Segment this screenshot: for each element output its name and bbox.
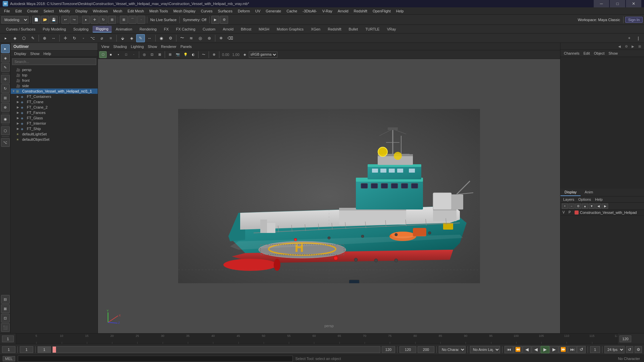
viewport-show-menu[interactable]: Show [147,44,159,49]
menu-item-display[interactable]: Display [73,8,90,14]
playback-start-input[interactable] [2,346,15,353]
delete-layer-button[interactable]: − [569,203,575,209]
loop-button[interactable]: ↺ [577,346,586,353]
color-profile-button[interactable]: ◈ [241,51,249,58]
tab-xgen[interactable]: XGen [308,26,324,32]
tree-item[interactable]: ▶◈FT_Crane_2 [11,105,98,110]
isolate-select-button[interactable]: ◎ [141,51,148,58]
menu-item-edit[interactable]: Edit [13,8,24,14]
outliner-show-menu[interactable]: Show [30,51,40,56]
playback-frame-input[interactable] [38,346,51,353]
anim-settings-button[interactable]: ⚙ [635,346,642,353]
soft-select-side[interactable]: ◉ [1,115,10,123]
menu-item--3dtoall-[interactable]: -3DtoAll- [300,8,320,14]
show-manip-tool[interactable]: ⬡ [1,126,10,135]
tab-turtle[interactable]: TURTLE [362,26,383,32]
tab-bullet[interactable]: Bullet [345,26,362,32]
layer-up-button[interactable]: ▲ [582,203,588,209]
outliner-help-menu[interactable]: Help [43,51,52,56]
tab-custom[interactable]: Custom [199,26,219,32]
mirror-skin-button[interactable]: ↔ [145,34,154,42]
expand-channel-box-button[interactable]: ▶ [630,44,636,49]
tree-item[interactable]: 🎥persp [11,67,98,72]
tab-motion-graphics[interactable]: Motion Graphics [273,26,307,32]
spline-ik-button[interactable]: ⌗ [106,34,115,42]
display-tab[interactable]: Display [560,189,581,196]
menu-item-mesh-tools[interactable]: Mesh Tools [147,8,170,14]
next-key-button[interactable]: ▶ [550,346,558,353]
skip-to-start-button[interactable]: ⏮ [504,346,513,353]
menu-item-help[interactable]: Help [393,8,407,14]
tree-item[interactable]: ☀defaultLightSet [11,131,98,137]
joint-tool-button[interactable]: ◦ [79,34,88,42]
color-space-select[interactable]: sRGB gamma [249,52,277,58]
timeline-current-frame[interactable] [2,336,14,342]
menu-item-edit-mesh[interactable]: Edit Mesh [125,8,147,14]
ik-spring-button[interactable]: ⌀ [97,34,106,42]
select-mode-button[interactable]: ▸ [1,34,10,42]
lasso-select-button[interactable]: ◈ [10,34,19,42]
quick-layout-1[interactable]: ⊟ [1,295,10,304]
paint-select-button[interactable]: ✎ [29,34,37,42]
layers-menu[interactable]: Layers [562,197,575,202]
new-layer-button[interactable]: + [562,203,568,209]
tab-sculpting[interactable]: Sculpting [70,26,92,32]
tree-item[interactable]: 🎥front [11,78,98,83]
render-button[interactable]: ▶ [211,16,219,24]
soft-select-button[interactable]: ⊕ [40,34,49,42]
select-tool[interactable]: ▸ [1,44,10,53]
maximize-button[interactable]: □ [610,0,625,7]
character-set-select[interactable]: No Character Set [439,346,466,353]
menu-item-mesh[interactable]: Mesh [110,8,125,14]
play-forward-button[interactable]: ▶ [541,346,549,353]
tree-item[interactable]: ▶◈FT_Interrior [11,121,98,126]
orient-joint-button[interactable]: ↻ [70,34,79,42]
2d-pan-zoom-button[interactable]: ⊕ [210,51,218,58]
viewport-lighting-menu[interactable]: Lighting [129,44,145,49]
timeline-end-frame[interactable] [620,336,631,342]
outliner-search-input[interactable] [12,58,96,65]
menu-item-create[interactable]: Create [24,8,41,14]
close-button[interactable]: ✕ [626,0,641,7]
viewport-canvas[interactable]: H [98,59,560,333]
point-display-button[interactable]: · [130,51,138,58]
move-joints-button[interactable]: ✛ [61,34,70,42]
last-tool[interactable]: ⌥ [1,138,10,147]
tree-item[interactable]: ☀defaultObjectSet [11,137,98,142]
menu-item-surfaces[interactable]: Surfaces [215,8,235,14]
tree-item[interactable]: 🎥top [11,72,98,78]
step-forward-button[interactable]: ⏩ [559,346,568,353]
tab-fx-caching[interactable]: FX Caching [173,26,199,32]
set-driven-key-button[interactable]: ◉ [157,34,166,42]
delete-history-button[interactable]: ⌫ [226,34,234,42]
smooth-shaded-button[interactable]: ■ [107,51,114,58]
shadows-toggle[interactable]: ◐ [190,51,197,58]
paint-weights-button[interactable]: ✎ [136,34,145,42]
playback-end-frame[interactable] [382,346,395,353]
tree-item[interactable]: ▶◈FT_Ship [11,126,98,131]
tab-curves-/-surfaces[interactable]: Curves / Surfaces [3,26,39,32]
pipe-button[interactable]: | [634,34,643,42]
wrinkle-button[interactable]: ≋ [187,34,196,42]
layer-settings-button[interactable]: ⚙ [575,203,581,209]
flat-shaded-button[interactable]: ▪ [115,51,122,58]
universal-manip[interactable]: ⊕ [1,103,10,112]
snap-point-button[interactable]: · [137,16,145,24]
lasso-tool[interactable]: ◈ [1,54,10,62]
menu-item-uv[interactable]: UV [253,8,263,14]
mode-select[interactable]: Modeling Rigging Animation Rendering FX [1,16,29,23]
frame-all-button[interactable]: ⊡ [148,51,156,58]
tab-fx[interactable]: FX [161,26,172,32]
timeline-ruler[interactable]: 5101520253035404550556065707580859095100… [16,334,617,344]
edit-menu[interactable]: Edit [582,51,591,56]
wire-button[interactable]: 〜 [178,34,186,42]
menu-item-windows[interactable]: Windows [90,8,111,14]
rotate-tool-side[interactable]: ↻ [1,84,10,93]
minimize-button[interactable]: ─ [594,0,609,7]
tab-rendering[interactable]: Rendering [136,26,160,32]
viewport-view-menu[interactable]: View [100,44,111,49]
motion-trail-button[interactable]: 〜 [200,51,207,58]
tree-item[interactable]: ▼⊞Construction_Vessel_with_Helipad_ncl1_… [11,88,98,94]
menu-item-deform[interactable]: Deform [235,8,253,14]
save-scene-button[interactable]: 💾 [50,16,58,24]
